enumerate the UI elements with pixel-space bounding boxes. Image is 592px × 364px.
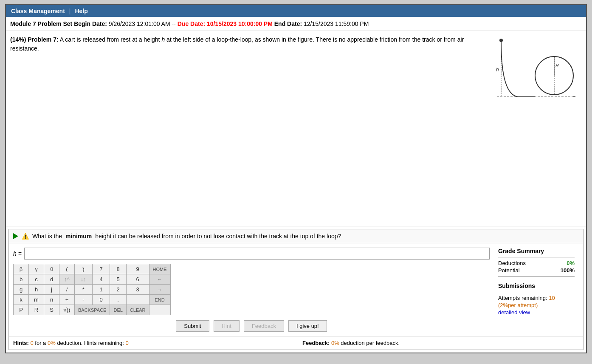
- key-del[interactable]: DEL: [110, 305, 126, 315]
- key-9[interactable]: 9: [126, 264, 149, 274]
- key-g[interactable]: g: [14, 285, 29, 295]
- submissions-divider: [498, 292, 575, 292]
- per-attempt-pct-val: 2%: [500, 302, 508, 308]
- key-home[interactable]: HOME: [149, 264, 170, 274]
- key-right-arrow[interactable]: →: [149, 285, 170, 295]
- key-S[interactable]: S: [44, 305, 59, 315]
- key-up[interactable]: ↑^: [59, 274, 75, 285]
- key-0[interactable]: 0: [92, 295, 110, 305]
- key-rparen[interactable]: ): [75, 264, 93, 274]
- key-minus[interactable]: -: [75, 295, 93, 305]
- problem-italic: h: [161, 36, 165, 43]
- key-slash[interactable]: /: [59, 285, 75, 295]
- date-sep: --: [172, 20, 176, 27]
- submissions-section: Submissions Attempts remaining: 10 (2%pe…: [498, 282, 575, 316]
- input-label: h =: [13, 250, 22, 257]
- key-7[interactable]: 7: [92, 264, 110, 274]
- key-clear[interactable]: CLEAR: [126, 305, 149, 315]
- attempts-label: Attempts remaining:: [498, 295, 547, 301]
- help-link[interactable]: Help: [75, 8, 87, 14]
- feedback-button[interactable]: Feedback: [244, 320, 284, 332]
- question-content: h = β γ θ ( ) 7 8 9: [9, 243, 583, 336]
- key-theta[interactable]: θ: [44, 264, 59, 274]
- per-attempt-line: (2%per attempt): [498, 302, 575, 308]
- answer-input[interactable]: [24, 248, 490, 260]
- keypad: β γ θ ( ) 7 8 9 HOME b c: [13, 264, 490, 315]
- separator: |: [69, 8, 71, 14]
- feedback-pct: 0%: [331, 340, 339, 346]
- key-5[interactable]: 5: [110, 274, 126, 285]
- begin-date: 9/26/2023 12:01:00 AM: [109, 20, 170, 27]
- key-h[interactable]: h: [29, 285, 44, 295]
- question-text-post: height it can be released from in order …: [95, 233, 341, 240]
- svg-text:h: h: [496, 67, 499, 73]
- hints-count: 0: [30, 340, 33, 346]
- key-6[interactable]: 6: [126, 274, 149, 285]
- loop-diagram: h R: [493, 35, 578, 103]
- key-plus[interactable]: +: [59, 295, 75, 305]
- module-info: Module 7 Problem Set Begin Date: 9/26/20…: [6, 17, 586, 31]
- problem-figure: h R: [488, 35, 582, 222]
- keypad-row-2: b c d ↑^ ↓↑ 4 5 6 ←: [14, 274, 171, 285]
- main-window: Class Management | Help Module 7 Problem…: [5, 4, 587, 353]
- key-c[interactable]: c: [29, 274, 44, 285]
- key-gamma[interactable]: γ: [29, 264, 44, 274]
- deductions-label: Deductions: [498, 260, 526, 266]
- detailed-view-link[interactable]: detailed view: [498, 309, 530, 316]
- end-date: 12/15/2023 11:59:00 PM: [304, 20, 369, 27]
- key-empty1: [126, 295, 149, 305]
- buttons-row: Submit Hint Feedback I give up!: [13, 320, 490, 332]
- key-R[interactable]: R: [29, 305, 44, 315]
- deductions-row: Deductions 0%: [498, 260, 575, 266]
- key-d[interactable]: d: [44, 274, 59, 285]
- title-bar: Class Management | Help: [6, 5, 586, 17]
- key-k[interactable]: k: [14, 295, 29, 305]
- hint-button[interactable]: Hint: [214, 320, 240, 332]
- key-lparen[interactable]: (: [59, 264, 75, 274]
- key-m[interactable]: m: [29, 295, 44, 305]
- key-sqrt[interactable]: √(): [59, 305, 75, 315]
- answer-input-area: h = β γ θ ( ) 7 8 9: [13, 248, 490, 332]
- key-8[interactable]: 8: [110, 264, 126, 274]
- hints-for-label: for a: [35, 340, 46, 346]
- due-label: Due Date:: [178, 20, 205, 27]
- problem-number: Problem 7:: [28, 36, 58, 43]
- giveup-button[interactable]: I give up!: [288, 320, 327, 332]
- problem-percent: (14%): [10, 36, 26, 43]
- key-3[interactable]: 3: [126, 285, 149, 295]
- key-j[interactable]: j: [44, 285, 59, 295]
- key-b[interactable]: b: [14, 274, 29, 285]
- key-end[interactable]: END: [149, 295, 170, 305]
- key-updown[interactable]: ↓↑: [75, 274, 93, 285]
- end-label: End Date:: [274, 20, 302, 27]
- key-backspace-arrow[interactable]: ←: [149, 274, 170, 285]
- play-icon[interactable]: [13, 233, 18, 239]
- input-row: h =: [13, 248, 490, 260]
- key-n[interactable]: n: [44, 295, 59, 305]
- key-star[interactable]: *: [75, 285, 93, 295]
- grade-divider: [498, 257, 575, 257]
- potential-label: Potential: [498, 267, 520, 274]
- hints-remaining: 0: [126, 340, 129, 346]
- question-header: ⚠️ What is the minimum height it can be …: [9, 229, 583, 243]
- submit-button[interactable]: Submit: [176, 320, 209, 332]
- key-2[interactable]: 2: [110, 285, 126, 295]
- warning-icon: ⚠️: [22, 233, 29, 240]
- key-beta[interactable]: β: [14, 264, 29, 274]
- key-backspace[interactable]: BACKSPACE: [75, 305, 110, 315]
- begin-label: Begin Date:: [74, 20, 107, 27]
- key-1[interactable]: 1: [92, 285, 110, 295]
- module-prefix: Module 7 Problem Set: [10, 20, 72, 27]
- problem-text: (14%) Problem 7: A cart is released from…: [10, 35, 488, 222]
- deductions-value: 0%: [567, 260, 575, 266]
- keypad-row-5: P R S √() BACKSPACE DEL CLEAR: [14, 305, 171, 315]
- per-attempt-post: per attempt): [508, 302, 538, 308]
- key-4[interactable]: 4: [92, 274, 110, 285]
- due-date: 10/15/2023 10:00:00 PM: [207, 20, 273, 27]
- keypad-row-3: g h j / * 1 2 3 →: [14, 285, 171, 295]
- key-P[interactable]: P: [14, 305, 29, 315]
- keypad-table: β γ θ ( ) 7 8 9 HOME b c: [13, 264, 171, 315]
- attempts-value: 10: [549, 295, 555, 301]
- feedback-text: deduction per feedback.: [341, 340, 400, 346]
- key-dot[interactable]: .: [110, 295, 126, 305]
